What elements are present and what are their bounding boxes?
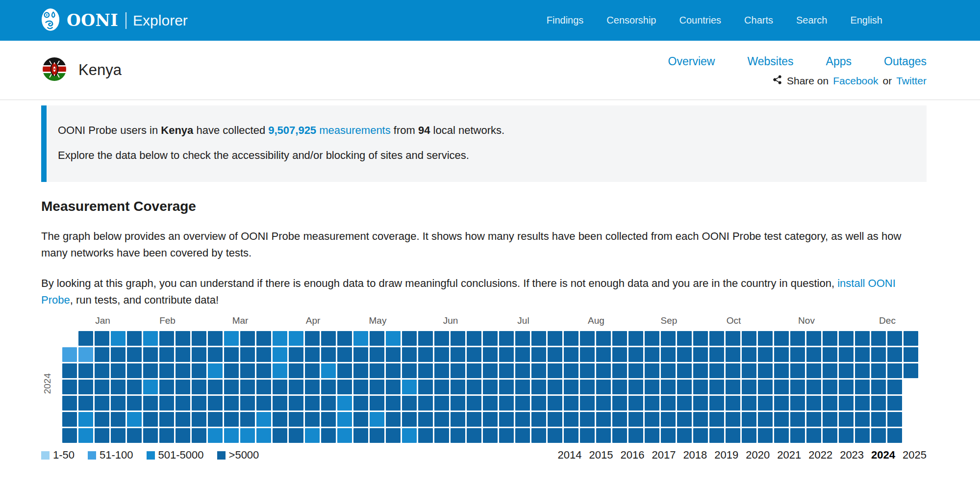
heatmap-cell[interactable]	[661, 428, 676, 443]
language-selector[interactable]: English	[850, 15, 882, 26]
heatmap-cell[interactable]	[580, 347, 595, 362]
heatmap-cell[interactable]	[386, 363, 401, 378]
heatmap-cell[interactable]	[580, 380, 595, 394]
heatmap-cell[interactable]	[321, 412, 336, 427]
heatmap-cell[interactable]	[548, 428, 562, 443]
heatmap-cell[interactable]	[742, 396, 756, 411]
share-facebook-link[interactable]: Facebook	[833, 75, 878, 87]
heatmap-cell[interactable]	[612, 363, 627, 378]
year-option-2019[interactable]: 2019	[714, 449, 738, 462]
heatmap-cell[interactable]	[499, 363, 514, 378]
heatmap-cell[interactable]	[645, 396, 659, 411]
heatmap-cell[interactable]	[95, 428, 109, 443]
heatmap-cell[interactable]	[289, 331, 303, 346]
heatmap-cell[interactable]	[887, 412, 902, 427]
heatmap-cell[interactable]	[159, 428, 174, 443]
heatmap-cell[interactable]	[499, 396, 514, 411]
heatmap-cell[interactable]	[839, 347, 854, 362]
heatmap-cell[interactable]	[790, 347, 805, 362]
heatmap-cell[interactable]	[208, 363, 223, 378]
heatmap-cell[interactable]	[823, 331, 837, 346]
heatmap-cell[interactable]	[111, 396, 126, 411]
heatmap-cell[interactable]	[709, 363, 724, 378]
heatmap-cell[interactable]	[321, 428, 336, 443]
heatmap-cell[interactable]	[564, 428, 578, 443]
heatmap-cell[interactable]	[143, 331, 158, 346]
heatmap-cell[interactable]	[790, 380, 805, 394]
heatmap-cell[interactable]	[871, 396, 886, 411]
heatmap-cell[interactable]	[337, 380, 352, 394]
heatmap-cell[interactable]	[78, 363, 93, 378]
heatmap-cell[interactable]	[386, 412, 401, 427]
heatmap-cell[interactable]	[499, 331, 514, 346]
heatmap-cell[interactable]	[693, 347, 708, 362]
heatmap-cell[interactable]	[467, 428, 481, 443]
heatmap-cell[interactable]	[159, 412, 174, 427]
heatmap-cell[interactable]	[596, 363, 611, 378]
heatmap-cell[interactable]	[855, 380, 870, 394]
heatmap-cell[interactable]	[774, 363, 789, 378]
heatmap-cell[interactable]	[208, 396, 223, 411]
heatmap-cell[interactable]	[353, 412, 368, 427]
heatmap-cell[interactable]	[661, 412, 676, 427]
heatmap-cell[interactable]	[273, 363, 287, 378]
heatmap-cell[interactable]	[790, 412, 805, 427]
heatmap-cell[interactable]	[612, 331, 627, 346]
heatmap-cell[interactable]	[62, 428, 77, 443]
heatmap-cell[interactable]	[192, 380, 206, 394]
heatmap-cell[interactable]	[467, 363, 481, 378]
heatmap-cell[interactable]	[289, 363, 303, 378]
heatmap-cell[interactable]	[256, 380, 271, 394]
heatmap-cell[interactable]	[434, 396, 449, 411]
heatmap-cell[interactable]	[208, 428, 223, 443]
heatmap-cell[interactable]	[62, 396, 77, 411]
heatmap-cell[interactable]	[95, 331, 109, 346]
heatmap-cell[interactable]	[62, 380, 77, 394]
heatmap-cell[interactable]	[677, 428, 692, 443]
heatmap-cell[interactable]	[337, 331, 352, 346]
heatmap-cell[interactable]	[628, 412, 643, 427]
heatmap-cell[interactable]	[628, 380, 643, 394]
heatmap-cell[interactable]	[353, 331, 368, 346]
heatmap-cell[interactable]	[273, 347, 287, 362]
heatmap-cell[interactable]	[596, 380, 611, 394]
heatmap-cell[interactable]	[774, 428, 789, 443]
tab-websites[interactable]: Websites	[747, 55, 793, 68]
heatmap-cell[interactable]	[305, 380, 320, 394]
heatmap-cell[interactable]	[370, 380, 384, 394]
heatmap-cell[interactable]	[289, 396, 303, 411]
heatmap-cell[interactable]	[904, 331, 918, 346]
heatmap-cell[interactable]	[143, 380, 158, 394]
heatmap-cell[interactable]	[661, 380, 676, 394]
heatmap-cell[interactable]	[580, 396, 595, 411]
heatmap-cell[interactable]	[353, 347, 368, 362]
heatmap-cell[interactable]	[628, 363, 643, 378]
heatmap-cell[interactable]	[176, 412, 190, 427]
heatmap-cell[interactable]	[402, 380, 417, 394]
heatmap-cell[interactable]	[483, 428, 498, 443]
heatmap-cell[interactable]	[661, 363, 676, 378]
heatmap-cell[interactable]	[693, 396, 708, 411]
heatmap-cell[interactable]	[483, 347, 498, 362]
heatmap-cell[interactable]	[208, 380, 223, 394]
heatmap-cell[interactable]	[467, 396, 481, 411]
heatmap-cell[interactable]	[224, 396, 239, 411]
heatmap-cell[interactable]	[95, 396, 109, 411]
heatmap-cell[interactable]	[693, 428, 708, 443]
heatmap-cell[interactable]	[418, 412, 433, 427]
heatmap-cell[interactable]	[240, 428, 255, 443]
heatmap-cell[interactable]	[904, 347, 918, 362]
heatmap-cell[interactable]	[661, 331, 676, 346]
heatmap-cell[interactable]	[256, 396, 271, 411]
heatmap-cell[interactable]	[612, 347, 627, 362]
heatmap-cell[interactable]	[289, 347, 303, 362]
heatmap-cell[interactable]	[596, 412, 611, 427]
heatmap-cell[interactable]	[758, 428, 773, 443]
heatmap-cell[interactable]	[111, 363, 126, 378]
heatmap-cell[interactable]	[176, 380, 190, 394]
heatmap-cell[interactable]	[127, 412, 142, 427]
heatmap-cell[interactable]	[402, 363, 417, 378]
heatmap-cell[interactable]	[418, 380, 433, 394]
heatmap-cell[interactable]	[806, 396, 821, 411]
heatmap-cell[interactable]	[176, 347, 190, 362]
